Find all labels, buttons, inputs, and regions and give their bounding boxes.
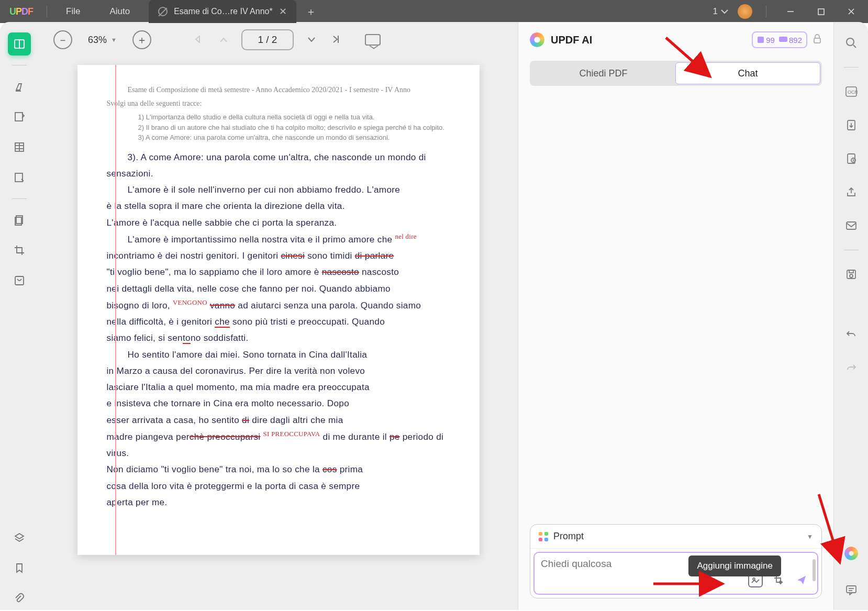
svg-rect-16 (814, 38, 820, 43)
user-avatar[interactable] (738, 4, 752, 19)
mode-chat[interactable]: Chat (675, 62, 820, 84)
export-button[interactable] (840, 114, 863, 137)
document-tab[interactable]: Esame di Co…re IV Anno* ✕ (149, 0, 296, 23)
zoom-in-button[interactable]: ＋ (132, 30, 151, 49)
titlebar: UPDF File Aiuto Esame di Co…re IV Anno* … (0, 0, 868, 23)
presentation-button[interactable] (365, 34, 381, 46)
ai-panel-header: UPDF AI 99 892 (518, 22, 833, 58)
menu-help[interactable]: Aiuto (95, 6, 144, 17)
protect-button[interactable] (840, 147, 863, 170)
prev-page-button[interactable] (216, 31, 231, 49)
zoom-out-button[interactable]: － (53, 30, 72, 49)
ocr-button[interactable]: OCR (840, 80, 863, 103)
essay-body: 3). A come Amore: una parola come un'alt… (107, 149, 450, 511)
left-toolbar (0, 22, 39, 610)
comment-panel-button[interactable] (840, 579, 863, 602)
next-page-button[interactable] (304, 31, 319, 49)
close-tab-icon[interactable]: ✕ (279, 6, 287, 17)
ai-credits-badge[interactable]: 99 892 (752, 31, 807, 48)
svg-line-20 (853, 45, 856, 48)
document-viewport[interactable]: Esame di Composizione di metà semestre -… (39, 58, 518, 610)
first-page-button[interactable] (190, 31, 206, 49)
svg-rect-15 (779, 37, 787, 42)
send-button[interactable] (794, 573, 809, 587)
zoom-level-selector[interactable]: 63%▼ (83, 35, 122, 46)
organize-pages-tool[interactable] (8, 208, 31, 231)
doc-credit-icon (757, 36, 764, 43)
document-toolbar: － 63%▼ ＋ 1 / 2 (39, 22, 518, 58)
tab-title: Esame di Co…re IV Anno* (174, 7, 273, 16)
email-button[interactable] (840, 214, 863, 237)
svg-point-19 (847, 38, 854, 46)
page-number-input[interactable]: 1 / 2 (241, 29, 294, 50)
lock-icon[interactable] (813, 34, 822, 46)
add-image-tooltip: Aggiungi immagine (688, 556, 781, 576)
bookmark-button[interactable] (8, 557, 31, 580)
svg-rect-1 (818, 9, 824, 15)
chevron-down-icon (721, 9, 728, 14)
no-preview-icon (158, 7, 168, 16)
share-button[interactable] (840, 181, 863, 204)
minimize-button[interactable] (780, 2, 801, 21)
svg-rect-10 (15, 173, 23, 182)
annotate-tool[interactable] (8, 105, 31, 128)
maximize-button[interactable] (810, 2, 831, 21)
svg-rect-5 (15, 113, 23, 121)
prompt-label: Prompt (553, 531, 584, 542)
pdf-page: Esame di Composizione di metà semestre -… (77, 65, 480, 555)
svg-rect-26 (847, 222, 856, 229)
redact-tool[interactable] (8, 269, 31, 292)
svg-rect-30 (847, 586, 856, 593)
ai-panel: UPDF AI 99 892 Chiedi PDF Chat Prompt ▼ (518, 22, 833, 610)
chat-credit-icon (779, 37, 787, 43)
divider (844, 250, 859, 250)
svg-text:OCR: OCR (848, 90, 858, 95)
page-selector[interactable]: 1 (713, 6, 728, 17)
prompt-selector[interactable]: Prompt ▼ (530, 525, 821, 549)
last-page-button[interactable] (329, 31, 345, 49)
ai-panel-title: UPDF AI (551, 34, 592, 46)
ai-chat-body (518, 89, 833, 524)
attachment-button[interactable] (8, 587, 31, 610)
right-toolbar: OCR (833, 22, 868, 610)
svg-rect-14 (758, 37, 764, 43)
updf-ai-logo-icon (530, 32, 544, 47)
form-tool[interactable] (8, 136, 31, 159)
ai-mode-toggle: Chiedi PDF Chat (530, 61, 822, 86)
chevron-down-icon: ▼ (807, 533, 813, 540)
separator (766, 6, 766, 17)
separator (47, 6, 47, 17)
updf-logo: UPDF (0, 6, 42, 17)
prompt-list: 1) L'importanza dello studio e della cul… (107, 112, 450, 143)
layers-button[interactable] (8, 526, 31, 549)
menu-file[interactable]: File (51, 6, 95, 17)
reader-mode-button[interactable] (8, 32, 31, 55)
divider (844, 67, 859, 68)
divider (12, 198, 27, 199)
highlight-tool[interactable] (8, 75, 31, 98)
redo-button[interactable] (840, 356, 863, 379)
svg-point-29 (850, 274, 853, 277)
prompt-dots-icon (539, 532, 548, 541)
page-instruction: Svolgi una delle seguenti tracce: (107, 99, 450, 108)
crop-tool[interactable] (8, 239, 31, 262)
document-area: － 63%▼ ＋ 1 / 2 Esame di Composizione di … (39, 22, 518, 610)
search-button[interactable] (840, 31, 863, 54)
ai-launcher-button[interactable] (840, 542, 863, 565)
close-window-button[interactable] (841, 2, 862, 21)
mode-ask-pdf[interactable]: Chiedi PDF (531, 62, 675, 84)
scrollbar-thumb[interactable] (813, 559, 816, 581)
new-tab-button[interactable]: ＋ (306, 5, 316, 19)
page-heading: Esame di Composizione di metà semestre -… (107, 86, 450, 94)
divider (12, 65, 27, 65)
save-button[interactable] (840, 263, 863, 286)
margin-line (115, 65, 116, 555)
undo-button[interactable] (840, 323, 863, 346)
edit-tool[interactable] (8, 166, 31, 189)
svg-rect-28 (849, 270, 853, 273)
